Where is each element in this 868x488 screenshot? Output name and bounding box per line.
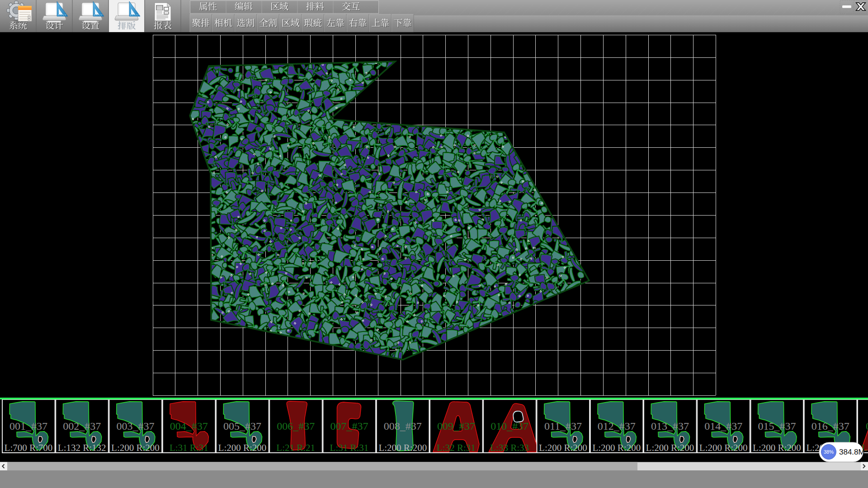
svg-text:L:132 R:132: L:132 R:132 <box>58 442 106 453</box>
svg-text:009_#37: 009_#37 <box>437 420 475 432</box>
svg-text:L:200 R:200: L:200 R:200 <box>218 442 267 453</box>
svg-text:010_#37: 010_#37 <box>491 420 528 432</box>
svg-text:012_#37: 012_#37 <box>598 420 636 432</box>
svg-text:L:200 R:200: L:200 R:200 <box>646 442 694 453</box>
svg-text:L:200 R:200: L:200 R:200 <box>699 442 748 453</box>
svg-text:384.8M: 384.8M <box>839 448 865 456</box>
svg-text:L:200 R:200: L:200 R:200 <box>539 442 587 453</box>
svg-text:002_#37: 002_#37 <box>63 420 101 432</box>
svg-text:L:700 R:700: L:700 R:700 <box>5 442 53 453</box>
svg-text:L:200 R:200: L:200 R:200 <box>753 442 801 453</box>
svg-text:L:200 R:200: L:200 R:200 <box>378 442 427 453</box>
svg-text:L:200 R:200: L:200 R:200 <box>111 442 160 453</box>
svg-text:013_#37: 013_#37 <box>651 420 689 432</box>
svg-text:L:32 R:31: L:32 R:31 <box>437 442 476 453</box>
svg-text:0: 0 <box>866 420 868 432</box>
svg-text:016_#37: 016_#37 <box>811 420 849 432</box>
svg-text:006_#37: 006_#37 <box>277 420 315 432</box>
svg-text:004_#37: 004_#37 <box>170 420 208 432</box>
svg-text:L:31 R:31: L:31 R:31 <box>330 442 369 453</box>
svg-text:L:33 R:33: L:33 R:33 <box>490 442 529 453</box>
svg-text:007_#37: 007_#37 <box>330 420 368 432</box>
svg-text:L:21 R:21: L:21 R:21 <box>276 442 315 453</box>
svg-text:L:31 R:31: L:31 R:31 <box>170 442 208 453</box>
svg-text:005_#37: 005_#37 <box>223 420 261 432</box>
svg-text:014_#37: 014_#37 <box>704 420 742 432</box>
svg-text:011_#37: 011_#37 <box>544 420 582 432</box>
svg-text:001_#37: 001_#37 <box>9 420 47 432</box>
svg-text:008_#37: 008_#37 <box>384 420 422 432</box>
svg-text:003_#37: 003_#37 <box>117 420 155 432</box>
svg-text:38%: 38% <box>824 449 834 455</box>
svg-text:L:200 R:200: L:200 R:200 <box>592 442 641 453</box>
svg-text:015_#37: 015_#37 <box>758 420 796 432</box>
